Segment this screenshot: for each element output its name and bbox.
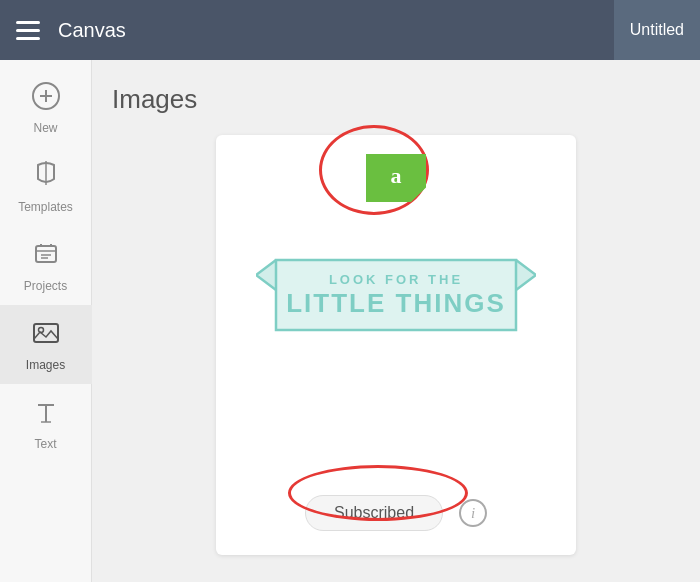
menu-button[interactable]	[16, 21, 40, 40]
content-area: Images a	[92, 60, 700, 582]
banner-container: LOOK FOR THE LITTLE THINGS	[256, 235, 536, 355]
subscribed-badge[interactable]: Subscribed	[305, 495, 443, 531]
sidebar-item-text-label: Text	[34, 437, 56, 451]
projects-icon	[30, 238, 62, 274]
banner-text-top: LOOK FOR THE	[329, 272, 463, 287]
app-badge: a	[366, 153, 426, 203]
plus-icon	[30, 80, 62, 116]
svg-rect-10	[34, 324, 58, 342]
flag-letter: a	[391, 163, 402, 189]
sidebar-item-templates-label: Templates	[18, 200, 73, 214]
sidebar-item-templates[interactable]: Templates	[0, 147, 92, 226]
sidebar: New Templates	[0, 60, 92, 582]
text-icon	[30, 396, 62, 432]
banner-image: LOOK FOR THE LITTLE THINGS	[256, 235, 536, 355]
sidebar-item-images[interactable]: Images	[0, 305, 92, 384]
sidebar-item-new-label: New	[33, 121, 57, 135]
app-title: Canvas	[58, 19, 126, 42]
sidebar-item-projects-label: Projects	[24, 279, 67, 293]
info-button[interactable]: i	[459, 499, 487, 527]
main-layout: New Templates	[0, 60, 700, 582]
flag-shape: a	[366, 154, 426, 202]
svg-rect-4	[36, 246, 56, 262]
sidebar-item-text[interactable]: Text	[0, 384, 92, 463]
templates-icon	[30, 159, 62, 195]
banner-text-main: LITTLE THINGS	[286, 289, 506, 318]
image-card: a	[216, 135, 576, 555]
sidebar-item-images-label: Images	[26, 358, 65, 372]
doc-title[interactable]: Untitled	[614, 0, 700, 60]
sidebar-item-projects[interactable]: Projects	[0, 226, 92, 305]
sidebar-item-new[interactable]: New	[0, 68, 92, 147]
app-header: Canvas Untitled	[0, 0, 700, 60]
images-icon	[30, 317, 62, 353]
subscribed-area: Subscribed i	[305, 495, 487, 531]
page-title: Images	[112, 84, 680, 115]
